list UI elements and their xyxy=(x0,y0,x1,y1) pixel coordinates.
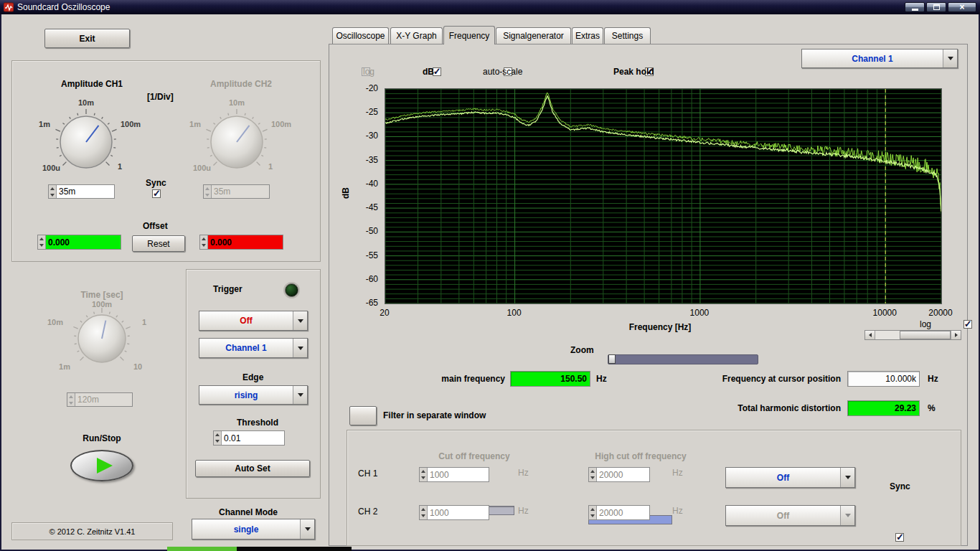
x-tick-label: 10000 xyxy=(863,308,906,318)
amplitude-ch1-value-field[interactable] xyxy=(57,185,114,198)
ch1-cutoff-field[interactable] xyxy=(428,468,489,481)
ch2-filter-mode-value: Off xyxy=(726,506,840,525)
ch2-label: CH 2 xyxy=(358,507,377,517)
ch1-filter-mode-dropdown[interactable]: Off xyxy=(725,467,855,488)
run-stop-button[interactable] xyxy=(70,450,133,481)
threshold-spinner xyxy=(213,430,285,446)
spinner-arrows-icon[interactable] xyxy=(214,431,222,445)
threshold-label: Threshold xyxy=(237,418,278,428)
zoom-slider-handle[interactable] xyxy=(608,354,616,364)
close-button[interactable]: × xyxy=(948,2,976,12)
arrow-right-icon xyxy=(955,333,958,337)
trigger-mode-dropdown[interactable]: Off xyxy=(199,311,308,331)
plot-h-scrollbar xyxy=(864,330,961,340)
knob-scale-label: 10m xyxy=(37,318,63,326)
tab-extras[interactable]: Extras xyxy=(572,27,603,44)
knob-scale-label: 10 xyxy=(133,362,142,371)
trigger-source-value: Channel 1 xyxy=(199,339,293,357)
spectrum-plot[interactable] xyxy=(385,88,942,304)
taskbar-sliver xyxy=(167,547,352,551)
offset-ch2-field[interactable] xyxy=(208,235,283,249)
ch1-highcut-field[interactable] xyxy=(597,468,649,481)
y-tick-label: -25 xyxy=(354,107,378,117)
spinner-arrows-icon[interactable] xyxy=(420,468,428,481)
amplitude-ch2-label: Amplitude CH2 xyxy=(199,79,283,89)
channel-select-dropdown[interactable]: Channel 1 xyxy=(801,49,958,68)
tab-signalgenerator[interactable]: Signalgenerator xyxy=(496,27,571,44)
ch1-highcut-unit: Hz xyxy=(672,468,683,478)
play-icon xyxy=(97,458,113,474)
tab-xy-graph[interactable]: X-Y Graph xyxy=(390,27,443,44)
offset-ch1-spinner xyxy=(37,235,121,250)
main-frequency-text: 150.50 xyxy=(560,374,587,384)
spinner-arrows-icon[interactable] xyxy=(49,185,57,198)
scrollbar-thumb[interactable] xyxy=(900,331,951,339)
knob-scale-label: 1m xyxy=(178,120,201,128)
spinner-arrows-icon[interactable] xyxy=(589,468,597,481)
chevron-down-icon[interactable] xyxy=(840,468,854,487)
tab-oscilloscope[interactable]: Oscilloscope xyxy=(332,27,389,44)
taskbar-sliver-green xyxy=(167,547,237,551)
spinner-arrows-icon xyxy=(589,506,597,519)
scroll-left-button[interactable] xyxy=(865,331,875,339)
chevron-down-icon[interactable] xyxy=(293,311,307,330)
copyright-text: © 2012 C. Zeitnitz V1.41 xyxy=(49,527,135,536)
chevron-down-icon[interactable] xyxy=(293,339,307,357)
channel-mode-value: single xyxy=(192,519,300,539)
auto-set-button[interactable]: Auto Set xyxy=(195,460,310,477)
spinner-arrows-icon[interactable] xyxy=(38,235,46,249)
cursor-frequency-value: 10.000k xyxy=(847,371,920,387)
time-knob xyxy=(62,299,141,378)
y-axis-ticks: -20-25-30-35-40-45-50-55-60-65 xyxy=(353,88,382,304)
y-tick-label: -35 xyxy=(354,155,378,165)
ch1-highcut-spinner xyxy=(588,467,650,482)
chevron-down-icon[interactable] xyxy=(300,519,314,539)
plot-log-checkbox[interactable] xyxy=(963,320,972,329)
amplitude-ch2-value-spinner xyxy=(203,184,270,199)
scroll-right-button[interactable] xyxy=(951,331,961,339)
trigger-edge-dropdown[interactable]: rising xyxy=(199,385,308,405)
chevron-down-icon xyxy=(840,506,854,525)
high-cutoff-frequency-label: High cut off frequency xyxy=(583,451,698,461)
trigger-led xyxy=(285,283,298,297)
offset-ch1-field[interactable] xyxy=(46,235,121,249)
sync-checkbox[interactable] xyxy=(152,189,161,198)
offset-ch2-spinner xyxy=(199,235,283,250)
amplitude-ch2-value-field xyxy=(212,185,269,198)
filter-window-button[interactable] xyxy=(349,406,377,425)
edge-label: Edge xyxy=(242,372,263,382)
zoom-slider[interactable] xyxy=(608,354,758,364)
ch1-cutoff-spinner xyxy=(419,467,489,482)
scrollbar-track[interactable] xyxy=(875,331,951,339)
knob-scale-label: 100m xyxy=(85,300,119,309)
spinner-arrows-icon[interactable] xyxy=(200,235,208,249)
application-window: Soundcard Oszilloscope × Exit Amplitude … xyxy=(0,0,980,551)
offset-reset-button[interactable]: Reset xyxy=(132,235,185,252)
filter-sync-label: Sync xyxy=(890,481,910,491)
spinner-arrows-icon xyxy=(204,185,212,198)
tab-frequency[interactable]: Frequency xyxy=(443,26,495,44)
y-tick-label: -55 xyxy=(354,250,378,260)
x-tick-label: 100 xyxy=(493,308,536,318)
chevron-down-icon[interactable] xyxy=(943,50,957,67)
thd-unit: % xyxy=(928,403,936,413)
threshold-field[interactable] xyxy=(222,431,284,445)
chevron-down-icon[interactable] xyxy=(293,386,307,404)
window-controls: × xyxy=(905,2,976,12)
x-axis-title: Frequency [Hz] xyxy=(613,322,707,332)
filter-sync-checkbox[interactable] xyxy=(895,533,904,542)
trigger-source-dropdown[interactable]: Channel 1 xyxy=(199,338,308,358)
x-tick-label: 20000 xyxy=(919,308,962,318)
maximize-button[interactable] xyxy=(926,2,946,12)
knob-scale-label: 1 xyxy=(142,318,146,326)
sync-label: Sync xyxy=(146,178,166,188)
y-axis-title: dB xyxy=(341,187,351,199)
tab-settings[interactable]: Settings xyxy=(604,27,651,44)
close-icon: × xyxy=(959,4,964,11)
time-value-spinner xyxy=(67,392,133,407)
db-checkbox-label: dB xyxy=(423,67,434,77)
exit-button[interactable]: Exit xyxy=(44,29,130,48)
main-frequency-unit: Hz xyxy=(596,374,607,384)
channel-mode-dropdown[interactable]: single xyxy=(192,519,315,540)
minimize-button[interactable] xyxy=(905,2,925,12)
